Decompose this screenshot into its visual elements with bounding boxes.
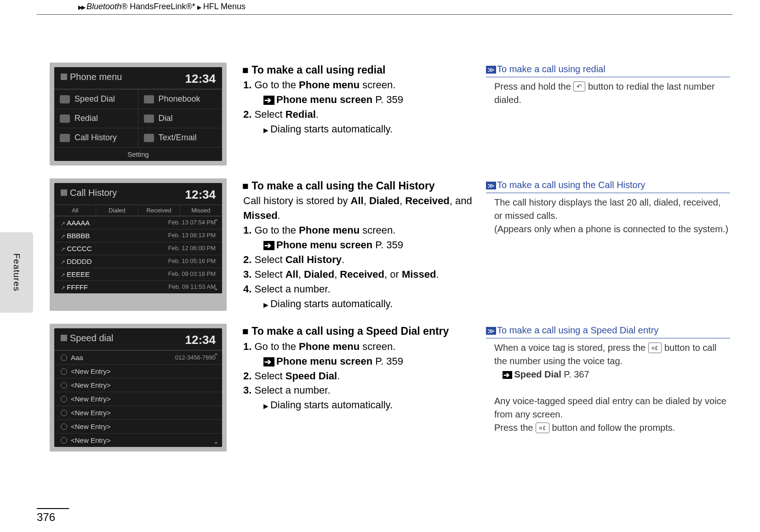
- speed-dial-icon: [60, 95, 70, 103]
- result-text: Dialing starts automatically.: [263, 398, 486, 412]
- voice-button-icon: «٤: [648, 343, 662, 353]
- instructions-call-history: To make a call using the Call History Ca…: [242, 178, 486, 311]
- xref-phone-menu: Phone menu screen P. 359: [263, 354, 486, 369]
- clock: 12:34: [185, 188, 216, 202]
- page-number: 376: [37, 508, 69, 524]
- dial-icon: [144, 114, 154, 123]
- speed-dial-row[interactable]: <New Entry>: [54, 419, 222, 433]
- menu-item-call-history[interactable]: Call History: [54, 128, 138, 147]
- tab-dialed[interactable]: Dialed: [96, 205, 138, 216]
- chevron-up-icon[interactable]: ⌃: [213, 218, 219, 225]
- menu-item-dial[interactable]: Dial: [138, 109, 223, 128]
- history-row[interactable]: CCCCCFeb. 12 06:00 PM: [54, 242, 222, 255]
- speed-dial-row[interactable]: <New Entry>: [54, 364, 222, 378]
- menu-item-redial[interactable]: Redial: [54, 109, 138, 128]
- clock: 12:34: [185, 72, 216, 86]
- heading-redial: To make a call using redial: [242, 63, 486, 78]
- clock: 12:34: [185, 333, 216, 347]
- setting-button[interactable]: Setting: [54, 147, 222, 161]
- tab-received[interactable]: Received: [138, 205, 180, 216]
- xref-phone-menu: Phone menu screen P. 359: [263, 238, 486, 252]
- redial-icon: [60, 114, 70, 123]
- sidebar-speed-dial: To make a call using a Speed Dial entry …: [486, 324, 730, 452]
- contact-icon: [61, 382, 67, 389]
- contact-icon: [61, 410, 67, 416]
- phone-icon: [61, 335, 67, 341]
- result-text: Dialing starts automatically.: [263, 122, 486, 137]
- tab-all[interactable]: All: [54, 205, 96, 216]
- speed-dial-row[interactable]: <New Entry>: [54, 392, 222, 406]
- chevron-down-icon[interactable]: ⌄: [213, 284, 219, 292]
- history-row[interactable]: BBBBBFeb. 13 06:13 PM: [54, 229, 222, 242]
- speed-dial-row[interactable]: <New Entry>: [54, 378, 222, 392]
- xref-phone-menu: Phone menu screen P. 359: [263, 92, 486, 107]
- scrollbar[interactable]: ⌃⌄: [211, 350, 221, 447]
- contact-icon: [61, 368, 67, 375]
- sidebar-heading: To make a call using redial: [486, 63, 730, 77]
- screenshot-phone-menu: Phone menu 12:34 Speed Dial Phonebook Re…: [50, 63, 227, 166]
- sidebar-heading: To make a call using the Call History: [486, 178, 730, 193]
- breadcrumb: Bluetooth® HandsFreeLink®*HFL Menus: [37, 0, 732, 15]
- history-row[interactable]: EEEEEFeb. 09 03:18 PM: [54, 268, 222, 280]
- phone-icon: [61, 74, 67, 80]
- contact-icon: [61, 437, 67, 444]
- sidebar-heading: To make a call using a Speed Dial entry: [486, 324, 730, 338]
- phonebook-icon: [144, 95, 154, 103]
- screenshot-speed-dial: Speed dial 12:34 Aaa012-3456-7890 <New E…: [50, 324, 227, 452]
- contact-icon: [61, 423, 67, 430]
- history-row[interactable]: FFFFFFeb. 09 11:53 AM: [54, 280, 222, 293]
- heading-speed-dial: To make a call using a Speed Dial entry: [242, 324, 486, 339]
- menu-item-text-email[interactable]: Text/Email: [138, 128, 223, 147]
- chevron-up-icon[interactable]: ⌃: [213, 352, 219, 360]
- history-icon: [60, 134, 70, 142]
- speed-dial-row[interactable]: <New Entry>: [54, 406, 222, 419]
- sidebar-redial: To make a call using redial Press and ho…: [486, 63, 730, 166]
- speed-dial-row[interactable]: <New Entry>: [54, 433, 222, 447]
- section-tab-features: Features: [0, 232, 33, 313]
- history-row[interactable]: AAAAAFeb. 13 07:54 PM: [54, 216, 222, 229]
- voice-button-icon: «٤: [536, 423, 549, 433]
- mail-icon: [144, 134, 154, 142]
- chevron-down-icon[interactable]: ⌄: [213, 438, 219, 445]
- menu-item-phonebook[interactable]: Phonebook: [138, 89, 223, 109]
- xref-speed-dial: Speed Dial P. 367: [503, 368, 729, 381]
- contact-icon: [61, 355, 67, 361]
- history-row[interactable]: DDDDDFeb. 10 05:16 PM: [54, 255, 222, 268]
- scrollbar[interactable]: ⌃⌄: [211, 216, 221, 293]
- sidebar-call-history: To make a call using the Call History Th…: [486, 178, 730, 311]
- menu-item-speed-dial[interactable]: Speed Dial: [54, 89, 138, 109]
- instructions-speed-dial: To make a call using a Speed Dial entry …: [242, 324, 486, 452]
- speed-dial-row[interactable]: Aaa012-3456-7890: [54, 350, 222, 364]
- instructions-redial: To make a call using redial 1. Go to the…: [242, 63, 486, 166]
- result-text: Dialing starts automatically.: [263, 297, 486, 311]
- heading-call-history: To make a call using the Call History: [242, 178, 486, 194]
- tab-missed[interactable]: Missed: [180, 205, 222, 216]
- section-redial: Phone menu 12:34 Speed Dial Phonebook Re…: [50, 63, 730, 166]
- section-speed-dial: Speed dial 12:34 Aaa012-3456-7890 <New E…: [50, 324, 730, 452]
- contact-icon: [61, 396, 67, 402]
- section-call-history: Call History 12:34 All Dialed Received M…: [50, 178, 730, 311]
- call-button-icon: ↶: [573, 81, 585, 92]
- phone-icon: [61, 189, 67, 196]
- screenshot-call-history: Call History 12:34 All Dialed Received M…: [50, 178, 227, 311]
